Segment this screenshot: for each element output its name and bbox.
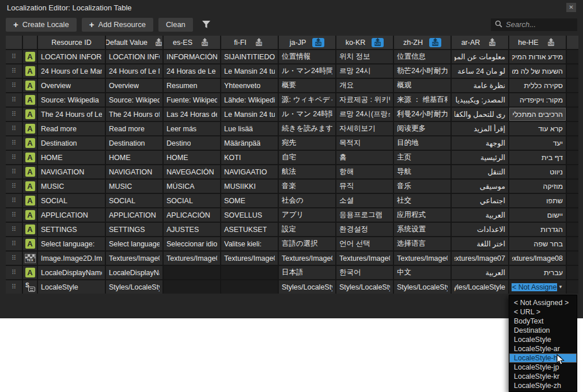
table-cell[interactable]: 勒芒24小时耐力赛 bbox=[394, 64, 450, 78]
row-drag-handle[interactable]: ⠿ bbox=[6, 252, 22, 265]
row-drag-handle[interactable]: ⠿ bbox=[6, 208, 22, 222]
table-cell[interactable]: Textures/Image01 bbox=[106, 252, 162, 265]
table-cell[interactable]: 자료제공 : 위키백 bbox=[336, 93, 393, 106]
table-cell[interactable]: 利曼24小时耐力赛 bbox=[394, 108, 450, 121]
table-cell[interactable]: Le Mansin 24 tunn bbox=[221, 108, 278, 121]
row-drag-handle[interactable]: ⠿ bbox=[6, 122, 22, 135]
table-cell[interactable]: المصدر: ويكيبيديا bbox=[452, 93, 508, 106]
table-cell[interactable]: AJUSTES bbox=[164, 223, 220, 236]
table-cell[interactable]: Resumen bbox=[164, 79, 220, 92]
row-drag-handle[interactable]: ⠿ bbox=[6, 280, 22, 294]
table-cell[interactable]: Destino bbox=[164, 136, 220, 150]
table-cell[interactable]: 日本語 bbox=[279, 266, 335, 279]
table-cell[interactable]: סקירה כללית bbox=[509, 79, 566, 92]
table-cell[interactable]: מוזיקה bbox=[509, 180, 566, 193]
table-cell[interactable]: Read more bbox=[106, 122, 162, 135]
column-sync-icon[interactable]: K2B bbox=[545, 38, 557, 47]
column-header[interactable]: ko-KRK2B bbox=[336, 36, 393, 49]
table-cell[interactable]: 导航 bbox=[394, 165, 450, 178]
table-cell[interactable]: 뮤직 bbox=[336, 180, 393, 193]
table-cell-empty[interactable] bbox=[164, 280, 220, 294]
table-cell[interactable]: العربية bbox=[452, 266, 508, 279]
table-cell[interactable]: יעד bbox=[509, 136, 566, 150]
table-cell[interactable]: 应用程式 bbox=[394, 208, 450, 222]
table-cell[interactable]: 位置情報 bbox=[279, 50, 335, 63]
column-sync-icon[interactable]: K2B bbox=[199, 38, 211, 47]
table-cell[interactable]: Fuente: Wikipedia bbox=[164, 93, 220, 106]
table-cell[interactable]: APLICACIÓN bbox=[164, 208, 220, 222]
dropdown-item[interactable]: LocaleStyle-ar bbox=[509, 344, 577, 353]
table-cell-empty[interactable] bbox=[221, 266, 278, 279]
table-cell[interactable]: 阅读更多 bbox=[394, 122, 450, 135]
column-header[interactable]: ja-JPK2B bbox=[279, 36, 335, 49]
table-cell[interactable]: 自宅 bbox=[279, 151, 335, 164]
table-cell[interactable]: Source: Wikipedia bbox=[38, 93, 105, 106]
locale-style-combo[interactable]: < Not Assigne▼ bbox=[509, 280, 566, 294]
table-cell[interactable]: NAVIGATION bbox=[106, 165, 162, 178]
table-cell[interactable]: ル・マン24時間レース bbox=[279, 64, 335, 78]
table-cell[interactable]: Overview bbox=[106, 79, 162, 92]
table-cell[interactable]: 宛先 bbox=[279, 136, 335, 150]
table-cell[interactable]: HOME bbox=[106, 151, 162, 164]
table-cell[interactable]: Image.Image2D.Imag bbox=[38, 252, 105, 265]
dropdown-item[interactable]: LocaleStyle bbox=[509, 335, 577, 344]
table-cell[interactable]: Destination bbox=[106, 136, 162, 150]
table-cell[interactable]: 자세히보기 bbox=[336, 122, 393, 135]
table-cell[interactable]: 主页 bbox=[394, 151, 450, 164]
table-cell[interactable]: LOCATION INFORMAT bbox=[38, 50, 105, 63]
table-cell[interactable]: SETTINGS bbox=[38, 223, 105, 236]
table-cell[interactable]: Textures/Image08 bbox=[509, 252, 566, 265]
table-cell[interactable]: APPLICATION bbox=[106, 208, 162, 222]
column-header[interactable]: he-HEK2B bbox=[509, 36, 566, 49]
column-sync-icon[interactable]: K2B bbox=[429, 38, 441, 47]
table-cell[interactable]: LOCATION INFOR bbox=[106, 50, 162, 63]
table-cell[interactable]: 환경설정 bbox=[336, 223, 393, 236]
table-cell[interactable]: Destination bbox=[38, 136, 105, 150]
table-cell[interactable]: Leer más bbox=[164, 122, 220, 135]
table-cell[interactable]: MUSIIKKI bbox=[221, 180, 278, 193]
table-cell[interactable]: Valitse kieli: bbox=[221, 237, 278, 250]
row-drag-handle[interactable]: ⠿ bbox=[6, 223, 22, 236]
table-cell[interactable]: מידע אודות המיקום bbox=[509, 50, 566, 63]
table-cell[interactable]: SOVELLUS bbox=[221, 208, 278, 222]
table-cell[interactable]: アプリ bbox=[279, 208, 335, 222]
table-cell[interactable]: Le Mansin 24 tunr bbox=[221, 64, 278, 78]
table-cell[interactable]: 社会の bbox=[279, 194, 335, 207]
table-cell[interactable]: ル・マン 24時間レース bbox=[279, 108, 335, 121]
table-cell[interactable]: Las 24 Horas de L bbox=[164, 108, 220, 121]
row-drag-handle[interactable]: ⠿ bbox=[6, 165, 22, 178]
clean-button[interactable]: Clean bbox=[158, 18, 193, 32]
table-cell[interactable]: Textures/Image04 bbox=[279, 252, 335, 265]
table-cell[interactable]: SOCIAL bbox=[38, 194, 105, 207]
table-cell[interactable]: Textures/Image03 bbox=[221, 252, 278, 265]
table-cell[interactable]: LocaleDisplayName bbox=[38, 266, 105, 279]
table-cell[interactable]: 응용프로그램 bbox=[336, 208, 393, 222]
table-cell[interactable]: Select language: bbox=[106, 237, 162, 250]
table-cell[interactable]: The 24 Hours of Le M bbox=[38, 108, 105, 121]
table-cell[interactable]: 設定 bbox=[279, 223, 335, 236]
row-drag-handle[interactable]: ⠿ bbox=[6, 93, 22, 106]
dropdown-item[interactable]: BodyText bbox=[509, 317, 577, 326]
table-cell[interactable]: 概观 bbox=[394, 79, 450, 92]
dropdown-item[interactable]: LocaleStyle-kr bbox=[509, 372, 577, 381]
dropdown-item[interactable]: Destination bbox=[509, 326, 577, 335]
table-cell[interactable]: اختر اللغة bbox=[452, 237, 508, 250]
table-cell[interactable]: ASETUKSET bbox=[221, 223, 278, 236]
table-cell[interactable]: الاعدادات bbox=[452, 223, 508, 236]
table-cell[interactable]: HOME bbox=[38, 151, 105, 164]
table-cell[interactable]: 位置信息 bbox=[394, 50, 450, 63]
table-cell[interactable]: שתפו bbox=[509, 194, 566, 207]
table-cell[interactable]: 社交 bbox=[394, 194, 450, 207]
table-cell[interactable]: موسيقى bbox=[452, 180, 508, 193]
add-resource-button[interactable]: + Add Resource bbox=[82, 18, 153, 32]
column-sync-icon[interactable]: K2B bbox=[372, 38, 384, 47]
search-input[interactable] bbox=[506, 20, 573, 29]
table-cell[interactable]: 音楽 bbox=[279, 180, 335, 193]
column-header[interactable]: es-ESK2B bbox=[164, 36, 220, 49]
table-cell[interactable]: 来源 ： 维基百科 bbox=[394, 93, 450, 106]
table-cell[interactable]: SETTINGS bbox=[106, 223, 162, 236]
table-cell[interactable]: إقرأ المزيد bbox=[452, 122, 508, 135]
dropdown-item[interactable]: LocaleStyle-he bbox=[509, 353, 577, 363]
table-cell[interactable]: 続きを読みます bbox=[279, 122, 335, 135]
table-cell[interactable]: Lue lisää bbox=[221, 122, 278, 135]
